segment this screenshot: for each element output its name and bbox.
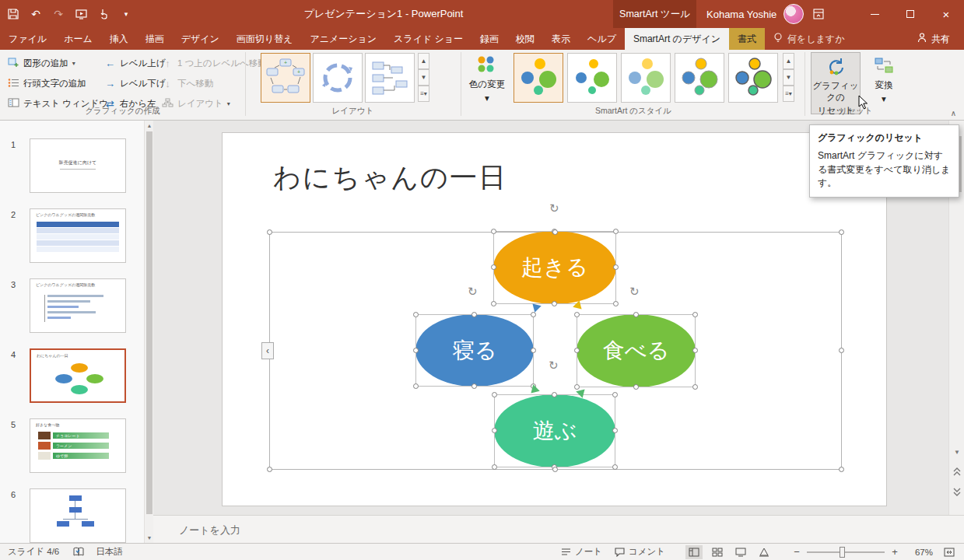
tab-file[interactable]: ファイル — [0, 28, 55, 50]
smartart-style-item-3[interactable] — [621, 53, 671, 103]
tab-help[interactable]: ヘルプ — [579, 28, 625, 50]
tab-insert[interactable]: 挿入 — [101, 28, 137, 50]
resize-handle[interactable] — [552, 301, 557, 306]
qat-customize-icon[interactable]: ▾ — [119, 7, 133, 21]
smartart-style-item-5[interactable] — [728, 53, 778, 103]
text-pane-toggle[interactable]: ‹ — [261, 342, 274, 359]
language-indicator[interactable]: 日本語 — [96, 546, 123, 558]
slide-thumbnail-1[interactable]: 販売促進に向けて — [30, 138, 126, 193]
zoom-level[interactable]: 67% — [908, 548, 933, 557]
notes-toggle-button[interactable]: ノート — [561, 546, 602, 558]
add-bullet-button[interactable]: 行頭文字の追加 — [8, 75, 86, 92]
resize-handle[interactable] — [413, 312, 419, 317]
resize-handle[interactable] — [491, 301, 496, 306]
layout-gallery-item-circular-arrows[interactable] — [313, 53, 363, 103]
resize-handle[interactable] — [612, 392, 618, 397]
rotate-handle-icon[interactable]: ↻ — [629, 285, 640, 299]
normal-view-button[interactable] — [685, 545, 703, 559]
rotate-handle-icon[interactable]: ↻ — [549, 201, 559, 215]
tab-draw[interactable]: 描画 — [137, 28, 173, 50]
layout-gallery-item-cycle[interactable]: ++ — [261, 53, 310, 103]
resize-handle[interactable] — [413, 383, 419, 389]
fit-to-window-button[interactable] — [941, 545, 958, 559]
reading-view-button[interactable] — [732, 545, 749, 559]
tab-home[interactable]: ホーム — [55, 28, 101, 50]
tab-tell-me[interactable]: 何をしますか — [765, 28, 853, 50]
tab-smartart-design[interactable]: SmartArt のデザイン — [625, 28, 729, 50]
rotate-handle-icon[interactable]: ↻ — [549, 359, 559, 373]
layout-gallery-more-button[interactable]: ≡▾ — [418, 86, 429, 102]
scroll-down-icon[interactable]: ▼ — [949, 446, 964, 458]
slide-sorter-view-button[interactable] — [709, 545, 726, 559]
tab-record[interactable]: 録画 — [471, 28, 507, 50]
zoom-in-button[interactable]: + — [889, 546, 900, 558]
resize-handle[interactable] — [492, 464, 497, 470]
zoom-slider[interactable] — [807, 551, 885, 553]
resize-handle[interactable] — [692, 312, 698, 317]
resize-handle[interactable] — [492, 428, 497, 433]
resize-handle[interactable] — [413, 348, 419, 353]
slide-thumbnail-2[interactable]: ピンクのワニグッズの週間販売数 — [30, 208, 126, 263]
slideshow-view-button[interactable] — [755, 545, 773, 559]
resize-handle[interactable] — [839, 348, 844, 353]
resize-handle[interactable] — [574, 348, 580, 353]
proofing-icon[interactable] — [73, 547, 85, 557]
tab-design[interactable]: デザイン — [173, 28, 228, 50]
tab-transitions[interactable]: 画面切り替え — [228, 28, 302, 50]
notes-pane[interactable]: ノートを入力 — [153, 515, 964, 543]
ribbon-display-options-icon[interactable] — [811, 6, 826, 22]
user-name[interactable]: Kohama Yoshie — [706, 9, 776, 20]
demote-button[interactable]: → レベル下げ — [104, 75, 166, 92]
smartart-style-item-1[interactable] — [514, 53, 563, 103]
styles-gallery-scroll-down[interactable]: ▼ — [783, 69, 794, 86]
slide-thumbnail-3[interactable]: ピンクのワニグッズの週間販売数 — [30, 278, 126, 333]
touch-mode-icon[interactable] — [96, 7, 110, 21]
smartart-style-item-4[interactable] — [675, 53, 724, 103]
resize-handle[interactable] — [471, 312, 477, 317]
minimize-button[interactable] — [857, 0, 892, 28]
resize-handle[interactable] — [471, 383, 477, 389]
resize-handle[interactable] — [613, 301, 619, 306]
slide-4[interactable]: わにちゃんの一日 ↻ 起きる 寝る ↻ 食べる ↻ 遊ぶ — [222, 132, 887, 506]
scrollbar-thumb[interactable] — [146, 131, 152, 514]
move-down-button[interactable]: ↓ 下へ移動 — [162, 75, 213, 92]
resize-handle[interactable] — [267, 467, 272, 472]
reset-graphic-button[interactable]: グラフィックの リセット — [811, 52, 861, 114]
convert-button[interactable]: 変換 ▾ — [865, 52, 903, 114]
slide-thumbnail-6[interactable] — [30, 488, 126, 543]
resize-handle[interactable] — [613, 264, 619, 270]
styles-gallery-more-button[interactable]: ≡▾ — [783, 86, 794, 102]
add-shape-button[interactable]: 図形の追加 ▾ — [8, 54, 75, 72]
resize-handle[interactable] — [552, 229, 558, 235]
resize-handle[interactable] — [613, 229, 619, 234]
maximize-button[interactable] — [892, 0, 928, 28]
promote-button[interactable]: ← レベル上げ — [104, 54, 166, 72]
resize-handle[interactable] — [491, 229, 496, 234]
thumbnails-scrollbar[interactable]: ▲ ▼ — [144, 121, 153, 543]
resize-handle[interactable] — [839, 467, 844, 472]
start-from-beginning-icon[interactable] — [74, 7, 88, 21]
move-up-button[interactable]: ↑ 1 つ上のレベルへ移動 — [162, 54, 267, 72]
undo-icon[interactable]: ↶ — [29, 7, 43, 21]
slide-title[interactable]: わにちゃんの一日 — [273, 159, 507, 196]
previous-slide-button[interactable] — [951, 463, 963, 480]
resize-handle[interactable] — [612, 428, 618, 433]
rotate-handle-icon[interactable]: ↻ — [468, 285, 478, 299]
zoom-slider-thumb[interactable] — [840, 547, 845, 558]
resize-handle[interactable] — [839, 229, 844, 235]
layout-gallery-scroll-up[interactable]: ▲ — [418, 53, 429, 69]
resize-handle[interactable] — [492, 392, 497, 397]
tab-view[interactable]: 表示 — [543, 28, 579, 50]
layout-gallery-item-hierarchy[interactable] — [365, 53, 415, 103]
resize-handle[interactable] — [531, 348, 536, 353]
resize-handle[interactable] — [692, 384, 698, 390]
shape-frame-okiru[interactable] — [493, 231, 616, 304]
layout-gallery-scroll-down[interactable]: ▼ — [418, 69, 429, 86]
resize-handle[interactable] — [552, 392, 557, 397]
styles-gallery-scroll-up[interactable]: ▲ — [783, 53, 794, 69]
shape-frame-neru[interactable] — [415, 314, 534, 387]
notes-placeholder[interactable]: ノートを入力 — [179, 523, 240, 537]
share-button[interactable]: 共有 — [909, 28, 964, 50]
tab-review[interactable]: 校閲 — [507, 28, 543, 50]
smartart-style-item-2[interactable] — [567, 53, 617, 103]
